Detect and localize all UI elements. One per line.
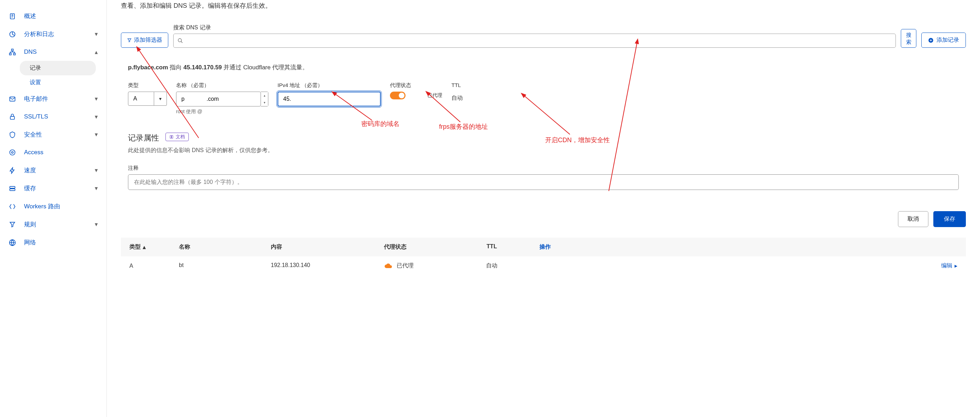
cloud-icon (384, 263, 393, 269)
col-ttl-header[interactable]: TTL (473, 244, 511, 251)
svg-rect-10 (10, 188, 15, 190)
svg-point-12 (178, 38, 181, 42)
name-stepper[interactable]: ▴▾ (261, 92, 268, 107)
filter-btn-label: 添加筛选器 (134, 37, 162, 44)
col-type-header[interactable]: 类型 ▴ (129, 244, 179, 251)
sidebar-item-email[interactable]: 电子邮件 ▾ (0, 90, 107, 108)
clipboard-icon (8, 13, 16, 20)
table-row: A bt 192.18.130.140 已代理 自动 编辑 ▸ (121, 256, 966, 275)
ipv4-input[interactable] (277, 92, 381, 107)
page-description: 查看、添加和编辑 DNS 记录。编辑将在保存后生效。 (121, 2, 966, 10)
col-name-header[interactable]: 名称 (179, 244, 271, 251)
type-select[interactable]: ▾ (128, 92, 167, 106)
record-fields: 类型 ▾ 名称 （必需） ▴▾ root 使用 @ IPv4 地址 （必需） (128, 82, 959, 115)
docs-label: 文档 (176, 134, 185, 140)
svg-rect-6 (10, 116, 14, 119)
comment-label: 注释 (128, 165, 959, 172)
proxy-toggle[interactable] (390, 92, 406, 99)
svg-rect-4 (13, 53, 15, 55)
sidebar-item-cache[interactable]: 缓存 ▾ (0, 179, 107, 197)
ipv4-field: IPv4 地址 （必需） (277, 82, 381, 107)
save-button[interactable]: 保存 (933, 211, 966, 227)
sidebar-item-overview[interactable]: 概述 (0, 7, 107, 25)
sidebar-item-workers[interactable]: Workers 路由 (0, 197, 107, 215)
ttl-label: TTL (452, 82, 463, 88)
edit-link[interactable]: 编辑 ▸ (511, 262, 958, 269)
attrs-desc: 此处提供的信息不会影响 DNS 记录的解析，仅供您参考。 (128, 147, 959, 154)
sort-icon: ▴ (143, 244, 146, 250)
svg-point-8 (12, 152, 13, 153)
book-icon (169, 135, 173, 139)
cell-content: 192.18.130.140 (271, 262, 384, 269)
search-row: 添加筛选器 搜索 DNS 记录 搜索 添加记录 (121, 24, 966, 48)
ttl-value: 自动 (452, 91, 463, 105)
sidebar-item-rules[interactable]: 规则 ▾ (0, 215, 107, 234)
col-action-header: 操作 (511, 244, 958, 251)
cancel-button[interactable]: 取消 (898, 211, 928, 227)
search-icon (178, 38, 183, 43)
sidebar-dns-submenu: 记录 设置 (0, 61, 107, 90)
attrs-title: 记录属性 (128, 133, 159, 143)
chevron-down-icon[interactable]: ▾ (154, 92, 167, 106)
sidebar-label: 速度 (24, 166, 36, 174)
table-header: 类型 ▴ 名称 内容 代理状态 TTL 操作 (121, 238, 966, 256)
chevron-down-icon: ▾ (95, 221, 98, 228)
cloud-icon (411, 92, 422, 99)
sidebar-label: DNS (24, 48, 37, 56)
cache-icon (8, 185, 16, 193)
type-value[interactable] (128, 92, 154, 106)
form-actions: 取消 保存 (121, 211, 966, 227)
chevron-down-icon: ▾ (95, 167, 98, 174)
sidebar-label: 电子邮件 (24, 95, 48, 103)
sidebar-item-network[interactable]: 网络 (0, 234, 107, 251)
cell-type: A (129, 262, 179, 269)
svg-rect-3 (10, 53, 11, 55)
network-icon (8, 239, 16, 247)
name-field: 名称 （必需） ▴▾ root 使用 @ (176, 82, 268, 115)
dns-icon (8, 48, 16, 56)
plus-circle-icon (928, 38, 934, 43)
name-input[interactable] (176, 92, 261, 107)
add-record-button[interactable]: 添加记录 (921, 33, 966, 48)
cell-proxy: 已代理 (384, 262, 473, 269)
sidebar-item-analytics[interactable]: 分析和日志 ▾ (0, 25, 107, 43)
cell-ttl: 自动 (473, 262, 511, 269)
shield-icon (8, 131, 16, 138)
type-label: 类型 (128, 82, 167, 89)
col-content-header[interactable]: 内容 (271, 244, 384, 251)
record-editor: p.flybace.com 指向 45.140.170.59 并通过 Cloud… (121, 63, 966, 190)
chevron-down-icon: ▾ (95, 113, 98, 121)
type-field: 类型 ▾ (128, 82, 167, 106)
search-input[interactable] (173, 33, 896, 48)
name-hint: root 使用 @ (176, 108, 268, 115)
add-filter-button[interactable]: 添加筛选器 (121, 33, 168, 48)
sidebar-sub-records[interactable]: 记录 (20, 61, 96, 75)
sidebar-item-security[interactable]: 安全性 ▾ (0, 126, 107, 143)
funnel-icon (8, 221, 16, 229)
chevron-down-icon: ▾ (95, 185, 98, 192)
record-attributes: 记录属性 文档 此处提供的信息不会影响 DNS 记录的解析，仅供您参考。 注释 (128, 133, 959, 190)
sidebar-label: SSL/TLS (24, 113, 48, 120)
search-label: 搜索 DNS 记录 (173, 24, 896, 32)
search-button[interactable]: 搜索 (901, 29, 916, 48)
bolt-icon (8, 167, 16, 174)
sidebar-item-access[interactable]: Access (0, 143, 107, 161)
chevron-down-icon: ▾ (95, 131, 98, 138)
chevron-up-icon: ▴ (95, 48, 98, 56)
sidebar-label: 分析和日志 (24, 30, 54, 38)
sidebar-sub-settings[interactable]: 设置 (25, 75, 107, 90)
sidebar-item-speed[interactable]: 速度 ▾ (0, 161, 107, 179)
chevron-down-icon: ▾ (95, 30, 98, 38)
col-proxy-header[interactable]: 代理状态 (384, 244, 473, 251)
name-label: 名称 （必需） (176, 82, 268, 89)
chevron-down-icon: ▾ (95, 95, 98, 103)
sidebar-item-ssl[interactable]: SSL/TLS ▾ (0, 108, 107, 126)
docs-link[interactable]: 文档 (165, 133, 189, 141)
access-icon (8, 148, 16, 156)
sidebar-label: 安全性 (24, 131, 42, 138)
sidebar-label: 规则 (24, 220, 36, 229)
search-wrap: 搜索 DNS 记录 (173, 24, 896, 48)
comment-input[interactable] (128, 174, 959, 190)
sidebar-item-dns[interactable]: DNS ▴ (0, 43, 107, 61)
ipv4-label: IPv4 地址 （必需） (277, 82, 381, 89)
